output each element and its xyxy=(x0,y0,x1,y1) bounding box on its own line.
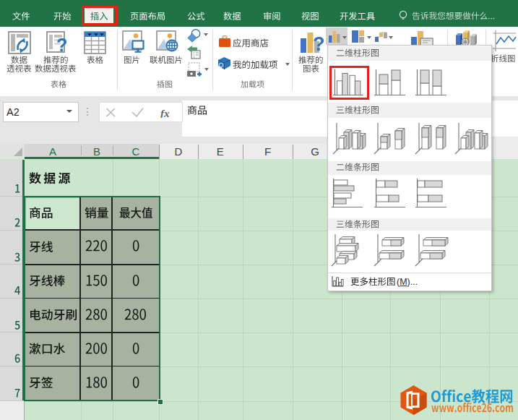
svg-text:fx: fx xyxy=(160,108,170,119)
svg-text:?: ? xyxy=(56,35,67,54)
svg-text:?: ? xyxy=(313,33,324,53)
